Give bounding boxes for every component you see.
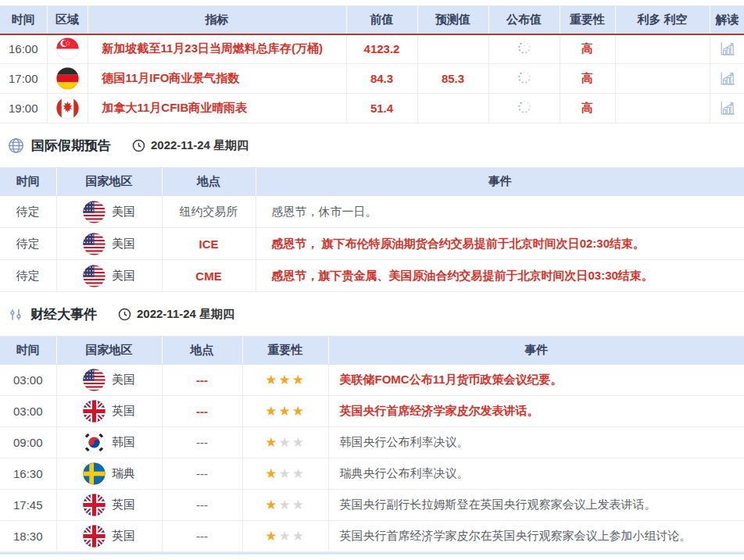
- events-date-text: 2022-11-24 星期四: [137, 307, 234, 322]
- uk-flag-icon: [83, 494, 106, 516]
- importance-stars: ★★★: [265, 373, 306, 387]
- time-cell: 19:00: [0, 94, 47, 123]
- event-cell: 英国央行首席经济学家皮尔发表讲话。: [328, 396, 744, 427]
- country-cell: 英国: [56, 396, 162, 427]
- location-cell: ---: [162, 365, 242, 396]
- location-cell: ---: [162, 427, 242, 458]
- clock-icon: [118, 308, 131, 321]
- us-flag-icon: [83, 369, 106, 391]
- col-forecast: 预测值: [417, 6, 488, 34]
- event-cell: 韩国央行公布利率决议。: [328, 427, 744, 458]
- star-icon: ★: [292, 498, 306, 512]
- event-row: 18:30英国---★★★英国央行首席经济学家皮尔在英国央行观察家会议上参加小组…: [0, 521, 744, 552]
- country-name: 韩国: [112, 435, 135, 448]
- region-flag-cell: [47, 34, 88, 64]
- canada-flag-icon: [56, 97, 79, 119]
- previous-value: 84.3: [346, 64, 417, 94]
- country-name: 英国: [112, 529, 135, 542]
- country-name: 英国: [112, 404, 135, 417]
- country-cell: 英国: [56, 521, 162, 552]
- published-value-cell: [488, 64, 560, 94]
- country-name: 英国: [112, 498, 135, 511]
- country-cell: 韩国: [56, 427, 162, 458]
- chart-interpret-icon[interactable]: [718, 70, 736, 87]
- star-icon: ★: [278, 498, 292, 512]
- korea-flag-icon: [83, 431, 106, 454]
- events-section-title: 财经大事件: [30, 305, 97, 323]
- events-table-header-row: 时间 国家地区 地点 重要性 事件: [0, 337, 744, 365]
- importance-stars: ★★★: [265, 404, 306, 419]
- location-cell: CME: [162, 260, 256, 292]
- time-cell: 待定: [0, 196, 56, 228]
- indicator-row: 17:00德国11月IFO商业景气指数84.385.3高: [0, 64, 744, 94]
- holiday-row: 待定美国ICE感恩节， 旗下布伦特原油期货合约交易提前于北京时间次日02:30结…: [0, 228, 744, 260]
- indicator-cell: 加拿大11月CFIB商业晴雨表: [88, 94, 346, 123]
- importance-stars: ★★★: [265, 435, 306, 450]
- star-icon: ★: [265, 404, 278, 419]
- time-cell: 16:30: [0, 458, 56, 490]
- chart-interpret-icon[interactable]: [718, 99, 736, 117]
- col-indicator: 指标: [88, 6, 346, 34]
- forecast-value: [417, 34, 488, 64]
- bull-bear-cell: [615, 64, 710, 94]
- country-cell: 美国: [56, 365, 162, 396]
- indicator-row: 16:00新加坡截至11月23日当周燃料总库存(万桶)4123.2高: [0, 34, 744, 64]
- col-bull-bear: 利多 利空: [615, 6, 710, 34]
- event-row: 03:00英国---★★★英国央行首席经济学家皮尔发表讲话。: [0, 396, 744, 427]
- time-cell: 16:00: [0, 34, 47, 64]
- col-event: 事件: [256, 168, 744, 196]
- col-interpret: 解读: [710, 6, 744, 34]
- event-row: 16:30瑞典---★★★瑞典央行公布利率决议。: [0, 458, 744, 490]
- location-cell: ---: [162, 490, 242, 521]
- interpret-cell: [710, 64, 744, 94]
- region-flag-cell: [47, 94, 88, 123]
- sweden-flag-icon: [83, 462, 106, 485]
- country-name: 美国: [112, 373, 135, 386]
- location-cell: ICE: [162, 228, 256, 260]
- star-icon: ★: [265, 529, 278, 544]
- importance-stars: ★★★: [265, 466, 306, 481]
- time-cell: 待定: [0, 228, 56, 260]
- us-flag-icon: [83, 265, 106, 287]
- col-country: 国家地区: [56, 168, 162, 196]
- importance-cell: ★★★: [242, 427, 328, 458]
- star-icon: ★: [278, 404, 292, 419]
- events-section-header: 财经大事件 2022-11-24 星期四: [0, 292, 744, 336]
- star-icon: ★: [265, 498, 278, 512]
- region-flag-cell: [47, 64, 88, 94]
- star-icon: ★: [265, 466, 278, 481]
- country-cell: 瑞典: [56, 458, 162, 490]
- country-name: 美国: [112, 269, 135, 282]
- col-time: 时间: [0, 168, 56, 196]
- indicator-cell: 新加坡截至11月23日当周燃料总库存(万桶): [88, 34, 346, 64]
- interpret-cell: [710, 34, 744, 64]
- indicator-table-header-row: 时间 区域 指标 前值 预测值 公布值 重要性 利多 利空 解读: [0, 6, 744, 34]
- star-icon: ★: [278, 466, 292, 481]
- holiday-section-header: 国际假期预告 2022-11-24 星期四: [0, 123, 744, 167]
- interpret-cell: [710, 94, 744, 123]
- star-icon: ★: [292, 435, 306, 450]
- germany-flag-icon: [56, 67, 79, 90]
- bull-bear-cell: [615, 94, 710, 123]
- globe-icon: [8, 137, 24, 154]
- event-row: 09:00韩国---★★★韩国央行公布利率决议。: [0, 427, 744, 458]
- event-cell: 感恩节，休市一日。: [256, 196, 744, 228]
- loading-spinner-icon: [516, 69, 533, 86]
- col-time: 时间: [0, 337, 56, 365]
- us-flag-icon: [83, 233, 106, 255]
- importance-cell: ★★★: [242, 458, 328, 490]
- event-cell: 瑞典央行公布利率决议。: [328, 458, 744, 490]
- star-icon: ★: [265, 373, 278, 387]
- event-row: 17:45英国---★★★英国央行副行长拉姆斯登在英国央行观察家会议上发表讲话。: [0, 490, 744, 521]
- event-row: 03:00美国---★★★美联储FOMC公布11月货币政策会议纪要。: [0, 365, 744, 396]
- importance-cell: ★★★: [242, 490, 328, 521]
- col-importance: 重要性: [242, 337, 328, 365]
- bull-bear-cell: [615, 34, 710, 64]
- singapore-flag-icon: [56, 37, 79, 60]
- star-icon: ★: [278, 529, 292, 544]
- importance-cell: ★★★: [242, 521, 328, 552]
- holiday-date-text: 2022-11-24 星期四: [151, 138, 249, 153]
- chart-interpret-icon[interactable]: [718, 40, 736, 58]
- indicator-row: 19:00加拿大11月CFIB商业晴雨表51.4高: [0, 94, 744, 123]
- star-icon: ★: [278, 373, 292, 387]
